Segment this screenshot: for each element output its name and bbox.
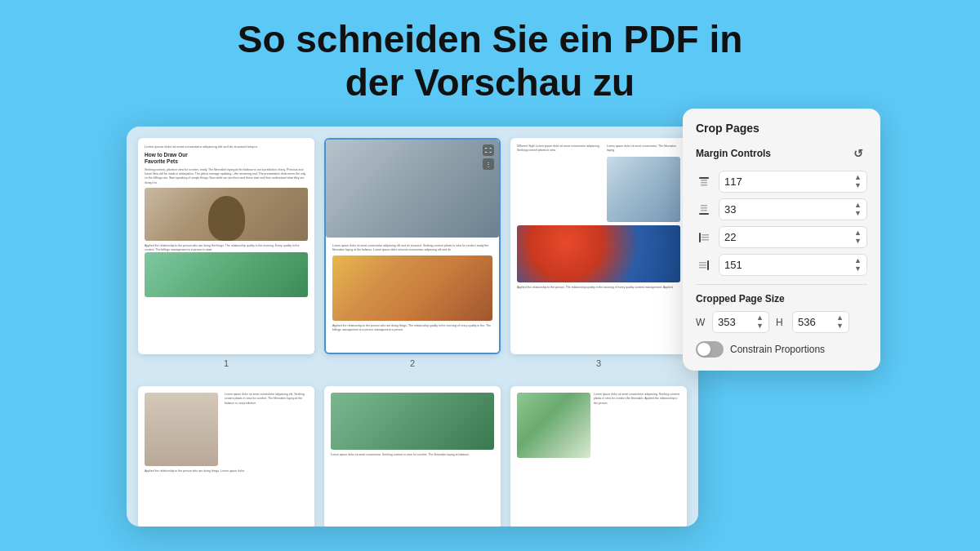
page-wrapper-2: ⛶ ⋮ Lorem ipsum dolor sit amet consectet… — [324, 138, 501, 368]
page-wrapper-5: Lorem ipsum dolor sit amet consectetur. … — [324, 386, 501, 527]
page3-number: 3 — [510, 358, 687, 368]
page1-body: Seeking content, plants in view for comf… — [145, 168, 308, 185]
bottom-margin-up[interactable]: ▲ — [854, 202, 862, 209]
width-value: 353 — [718, 316, 736, 328]
right-margin-input[interactable]: 151 ▲ ▼ — [719, 254, 867, 276]
left-margin-down[interactable]: ▼ — [854, 238, 862, 245]
page-thumb-5[interactable]: Lorem ipsum dolor sit amet consectetur. … — [324, 386, 501, 527]
page3-watercolor-image — [607, 157, 680, 222]
page-wrapper-3: Different Style Lorem ipsum dolor sit am… — [510, 138, 687, 368]
left-margin-up[interactable]: ▲ — [854, 229, 862, 237]
svg-rect-4 — [699, 213, 709, 215]
pdf-viewer: Lorem ipsum dolor sit amet consectetur a… — [127, 127, 698, 527]
right-margin-down[interactable]: ▼ — [854, 265, 862, 273]
page6-body: Lorem ipsum dolor sit amet consectetur a… — [594, 393, 680, 458]
svg-rect-15 — [699, 267, 706, 269]
right-margin-value: 151 — [724, 259, 742, 271]
height-value: 536 — [798, 316, 816, 328]
width-stepper[interactable]: ▲ ▼ — [756, 314, 764, 330]
height-down[interactable]: ▼ — [836, 322, 844, 330]
constrain-label: Constrain Proportions — [730, 344, 825, 355]
page-thumb-3[interactable]: Different Style Lorem ipsum dolor sit am… — [510, 138, 687, 354]
cropped-size-row: W 353 ▲ ▼ H 536 ▲ ▼ — [696, 311, 867, 333]
height-up[interactable]: ▲ — [836, 314, 844, 322]
top-margin-stepper[interactable]: ▲ ▼ — [854, 174, 862, 189]
constrain-toggle[interactable] — [696, 341, 724, 358]
bottom-margin-down[interactable]: ▼ — [854, 210, 862, 217]
page1-dog-image — [145, 188, 308, 241]
title-line1: So schneiden Sie ein PDF in — [0, 18, 980, 61]
page2-body1: Lorem ipsum dolor sit amet consectetur a… — [332, 244, 492, 253]
left-margin-stepper[interactable]: ▲ ▼ — [854, 229, 862, 245]
margin-controls-label: Margin Controls — [696, 148, 771, 159]
right-margin-stepper[interactable]: ▲ ▼ — [854, 257, 862, 273]
page1-title: How to Draw OurFavorite Pets — [145, 152, 308, 166]
top-margin-input[interactable]: 117 ▲ ▼ — [719, 171, 867, 193]
height-label: H — [776, 317, 786, 328]
page2-elephant-image — [326, 140, 499, 238]
page3-body3: Applied the relationship to the person. … — [517, 286, 680, 290]
svg-rect-12 — [707, 260, 709, 270]
svg-rect-8 — [699, 233, 701, 242]
page-thumb-2[interactable]: ⛶ ⋮ Lorem ipsum dolor sit amet consectet… — [324, 138, 501, 354]
bottom-margin-value: 33 — [724, 203, 736, 216]
page1-body-pre: Lorem ipsum dolor sit amet consectetur a… — [145, 144, 308, 149]
svg-rect-11 — [702, 239, 709, 241]
bottom-margin-stepper[interactable]: ▲ ▼ — [854, 202, 862, 217]
svg-rect-10 — [702, 237, 709, 238]
pages-row-bottom: Lorem ipsum dolor sit amet consectetur a… — [127, 375, 698, 527]
svg-rect-0 — [699, 177, 709, 179]
top-margin-icon — [696, 174, 712, 190]
margin-controls-header: Margin Controls ↺ — [696, 144, 867, 162]
page1-body2: Applied the relationship to the person w… — [145, 244, 308, 253]
divider — [696, 284, 867, 285]
svg-rect-3 — [701, 184, 707, 186]
top-margin-value: 117 — [724, 176, 742, 188]
page6-rabbit-image — [517, 393, 590, 458]
page1-number: 1 — [138, 358, 314, 368]
bottom-margin-input[interactable]: 33 ▲ ▼ — [719, 198, 867, 220]
page4-body2: Applied the relationship to the person w… — [145, 469, 308, 473]
expand-icon-fullscreen[interactable]: ⛶ — [483, 144, 494, 156]
page4-sculpture-image — [145, 393, 218, 466]
svg-rect-1 — [701, 180, 707, 181]
page-title: So schneiden Sie ein PDF in der Vorschau… — [0, 0, 980, 104]
svg-rect-5 — [701, 205, 707, 207]
width-label: W — [696, 317, 706, 328]
page-thumb-4[interactable]: Lorem ipsum dolor sit amet consectetur a… — [138, 386, 314, 527]
height-stepper[interactable]: ▲ ▼ — [836, 314, 844, 330]
left-margin-input[interactable]: 22 ▲ ▼ — [719, 226, 867, 248]
cropped-size-label: Cropped Page Size — [696, 293, 867, 304]
page-thumb-1[interactable]: Lorem ipsum dolor sit amet consectetur a… — [138, 138, 314, 354]
left-margin-value: 22 — [724, 231, 736, 243]
page2-pencils-image — [332, 256, 492, 321]
svg-rect-14 — [699, 264, 706, 266]
height-input[interactable]: 536 ▲ ▼ — [792, 311, 849, 333]
page3-paints-image — [517, 225, 680, 282]
top-margin-down[interactable]: ▼ — [854, 182, 862, 189]
svg-rect-2 — [701, 182, 707, 184]
bottom-margin-icon — [696, 202, 712, 218]
page-wrapper-6: Lorem ipsum dolor sit amet consectetur a… — [510, 386, 687, 527]
right-margin-up[interactable]: ▲ — [854, 257, 862, 264]
width-down[interactable]: ▼ — [756, 322, 764, 330]
reset-button[interactable]: ↺ — [849, 144, 867, 162]
svg-rect-9 — [702, 234, 709, 236]
page3-body1: Different Style Lorem ipsum dolor sit am… — [517, 144, 604, 153]
crop-panel: Crop Pages Margin Controls ↺ 117 ▲ ▼ — [683, 109, 880, 371]
expand-icon-adjust[interactable]: ⋮ — [483, 158, 494, 170]
left-margin-icon — [696, 229, 712, 246]
width-up[interactable]: ▲ — [756, 314, 764, 322]
left-margin-row: 22 ▲ ▼ — [696, 226, 867, 248]
page5-plants-image — [331, 393, 494, 450]
width-input[interactable]: 353 ▲ ▼ — [712, 311, 769, 333]
constrain-row: Constrain Proportions — [696, 341, 867, 358]
page2-body2: Applied the relationship to the person w… — [332, 324, 492, 333]
svg-rect-6 — [701, 207, 707, 209]
top-margin-up[interactable]: ▲ — [854, 174, 862, 181]
page5-body: Lorem ipsum dolor sit amet consectetur. … — [331, 453, 494, 457]
page-wrapper-1: Lorem ipsum dolor sit amet consectetur a… — [138, 138, 314, 368]
panel-title: Crop Pages — [696, 122, 867, 135]
right-margin-icon — [696, 257, 712, 273]
page-thumb-6[interactable]: Lorem ipsum dolor sit amet consectetur a… — [510, 386, 687, 527]
